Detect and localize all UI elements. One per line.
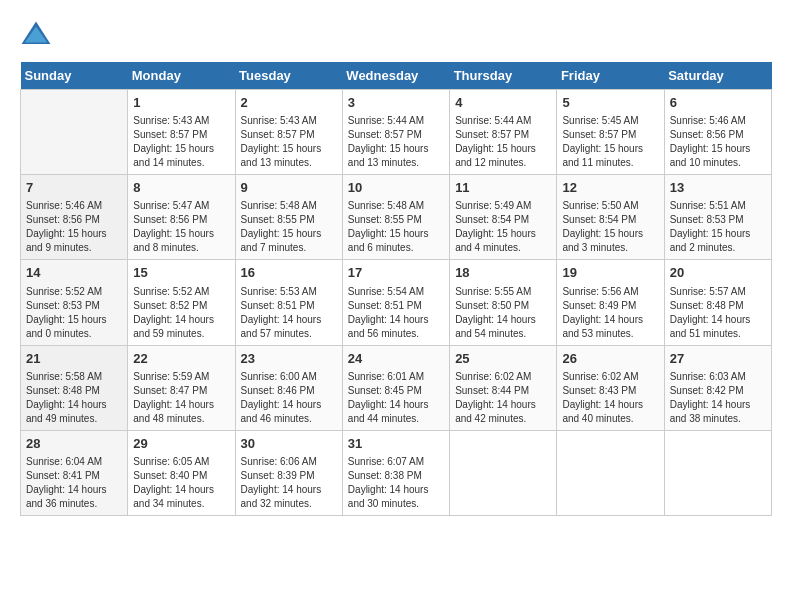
day-number: 14 <box>26 264 122 282</box>
calendar-cell: 1Sunrise: 5:43 AM Sunset: 8:57 PM Daylig… <box>128 90 235 175</box>
calendar-cell: 20Sunrise: 5:57 AM Sunset: 8:48 PM Dayli… <box>664 260 771 345</box>
day-number: 9 <box>241 179 337 197</box>
day-info: Sunrise: 5:44 AM Sunset: 8:57 PM Dayligh… <box>455 114 551 170</box>
logo <box>20 20 56 52</box>
day-number: 24 <box>348 350 444 368</box>
day-number: 17 <box>348 264 444 282</box>
header-thursday: Thursday <box>450 62 557 90</box>
day-info: Sunrise: 5:53 AM Sunset: 8:51 PM Dayligh… <box>241 285 337 341</box>
calendar-cell: 15Sunrise: 5:52 AM Sunset: 8:52 PM Dayli… <box>128 260 235 345</box>
header-tuesday: Tuesday <box>235 62 342 90</box>
day-number: 11 <box>455 179 551 197</box>
calendar-cell: 18Sunrise: 5:55 AM Sunset: 8:50 PM Dayli… <box>450 260 557 345</box>
calendar-cell: 23Sunrise: 6:00 AM Sunset: 8:46 PM Dayli… <box>235 345 342 430</box>
calendar-cell: 5Sunrise: 5:45 AM Sunset: 8:57 PM Daylig… <box>557 90 664 175</box>
header-saturday: Saturday <box>664 62 771 90</box>
calendar-cell <box>664 430 771 515</box>
calendar-cell: 13Sunrise: 5:51 AM Sunset: 8:53 PM Dayli… <box>664 175 771 260</box>
day-info: Sunrise: 6:04 AM Sunset: 8:41 PM Dayligh… <box>26 455 122 511</box>
day-number: 12 <box>562 179 658 197</box>
day-number: 19 <box>562 264 658 282</box>
day-info: Sunrise: 5:46 AM Sunset: 8:56 PM Dayligh… <box>670 114 766 170</box>
day-info: Sunrise: 5:48 AM Sunset: 8:55 PM Dayligh… <box>348 199 444 255</box>
calendar-cell: 19Sunrise: 5:56 AM Sunset: 8:49 PM Dayli… <box>557 260 664 345</box>
calendar-cell: 30Sunrise: 6:06 AM Sunset: 8:39 PM Dayli… <box>235 430 342 515</box>
day-number: 21 <box>26 350 122 368</box>
calendar-cell: 4Sunrise: 5:44 AM Sunset: 8:57 PM Daylig… <box>450 90 557 175</box>
day-number: 10 <box>348 179 444 197</box>
calendar-cell <box>450 430 557 515</box>
day-info: Sunrise: 5:59 AM Sunset: 8:47 PM Dayligh… <box>133 370 229 426</box>
day-info: Sunrise: 5:48 AM Sunset: 8:55 PM Dayligh… <box>241 199 337 255</box>
day-number: 5 <box>562 94 658 112</box>
header-sunday: Sunday <box>21 62 128 90</box>
calendar-cell: 29Sunrise: 6:05 AM Sunset: 8:40 PM Dayli… <box>128 430 235 515</box>
calendar-header-row: SundayMondayTuesdayWednesdayThursdayFrid… <box>21 62 772 90</box>
day-info: Sunrise: 5:52 AM Sunset: 8:53 PM Dayligh… <box>26 285 122 341</box>
day-info: Sunrise: 5:57 AM Sunset: 8:48 PM Dayligh… <box>670 285 766 341</box>
header-monday: Monday <box>128 62 235 90</box>
day-number: 1 <box>133 94 229 112</box>
calendar-cell: 3Sunrise: 5:44 AM Sunset: 8:57 PM Daylig… <box>342 90 449 175</box>
calendar-cell <box>557 430 664 515</box>
calendar-table: SundayMondayTuesdayWednesdayThursdayFrid… <box>20 62 772 516</box>
day-number: 16 <box>241 264 337 282</box>
calendar-cell: 17Sunrise: 5:54 AM Sunset: 8:51 PM Dayli… <box>342 260 449 345</box>
calendar-cell: 21Sunrise: 5:58 AM Sunset: 8:48 PM Dayli… <box>21 345 128 430</box>
header-wednesday: Wednesday <box>342 62 449 90</box>
calendar-cell: 8Sunrise: 5:47 AM Sunset: 8:56 PM Daylig… <box>128 175 235 260</box>
day-info: Sunrise: 6:06 AM Sunset: 8:39 PM Dayligh… <box>241 455 337 511</box>
day-number: 13 <box>670 179 766 197</box>
day-info: Sunrise: 6:02 AM Sunset: 8:44 PM Dayligh… <box>455 370 551 426</box>
day-info: Sunrise: 6:00 AM Sunset: 8:46 PM Dayligh… <box>241 370 337 426</box>
calendar-cell: 28Sunrise: 6:04 AM Sunset: 8:41 PM Dayli… <box>21 430 128 515</box>
day-number: 4 <box>455 94 551 112</box>
day-info: Sunrise: 5:45 AM Sunset: 8:57 PM Dayligh… <box>562 114 658 170</box>
calendar-week-row: 21Sunrise: 5:58 AM Sunset: 8:48 PM Dayli… <box>21 345 772 430</box>
day-info: Sunrise: 5:56 AM Sunset: 8:49 PM Dayligh… <box>562 285 658 341</box>
day-info: Sunrise: 5:46 AM Sunset: 8:56 PM Dayligh… <box>26 199 122 255</box>
day-info: Sunrise: 5:49 AM Sunset: 8:54 PM Dayligh… <box>455 199 551 255</box>
calendar-week-row: 7Sunrise: 5:46 AM Sunset: 8:56 PM Daylig… <box>21 175 772 260</box>
day-number: 23 <box>241 350 337 368</box>
day-number: 3 <box>348 94 444 112</box>
day-info: Sunrise: 5:52 AM Sunset: 8:52 PM Dayligh… <box>133 285 229 341</box>
day-number: 30 <box>241 435 337 453</box>
day-number: 18 <box>455 264 551 282</box>
calendar-week-row: 28Sunrise: 6:04 AM Sunset: 8:41 PM Dayli… <box>21 430 772 515</box>
day-info: Sunrise: 6:05 AM Sunset: 8:40 PM Dayligh… <box>133 455 229 511</box>
day-info: Sunrise: 6:03 AM Sunset: 8:42 PM Dayligh… <box>670 370 766 426</box>
calendar-cell: 9Sunrise: 5:48 AM Sunset: 8:55 PM Daylig… <box>235 175 342 260</box>
day-info: Sunrise: 6:01 AM Sunset: 8:45 PM Dayligh… <box>348 370 444 426</box>
calendar-cell: 2Sunrise: 5:43 AM Sunset: 8:57 PM Daylig… <box>235 90 342 175</box>
day-info: Sunrise: 5:43 AM Sunset: 8:57 PM Dayligh… <box>133 114 229 170</box>
calendar-cell: 25Sunrise: 6:02 AM Sunset: 8:44 PM Dayli… <box>450 345 557 430</box>
day-info: Sunrise: 5:44 AM Sunset: 8:57 PM Dayligh… <box>348 114 444 170</box>
day-number: 7 <box>26 179 122 197</box>
page-header <box>20 20 772 52</box>
calendar-cell <box>21 90 128 175</box>
calendar-week-row: 1Sunrise: 5:43 AM Sunset: 8:57 PM Daylig… <box>21 90 772 175</box>
day-number: 6 <box>670 94 766 112</box>
calendar-cell: 14Sunrise: 5:52 AM Sunset: 8:53 PM Dayli… <box>21 260 128 345</box>
calendar-cell: 10Sunrise: 5:48 AM Sunset: 8:55 PM Dayli… <box>342 175 449 260</box>
calendar-cell: 11Sunrise: 5:49 AM Sunset: 8:54 PM Dayli… <box>450 175 557 260</box>
calendar-cell: 24Sunrise: 6:01 AM Sunset: 8:45 PM Dayli… <box>342 345 449 430</box>
calendar-cell: 12Sunrise: 5:50 AM Sunset: 8:54 PM Dayli… <box>557 175 664 260</box>
header-friday: Friday <box>557 62 664 90</box>
day-info: Sunrise: 5:54 AM Sunset: 8:51 PM Dayligh… <box>348 285 444 341</box>
day-info: Sunrise: 5:43 AM Sunset: 8:57 PM Dayligh… <box>241 114 337 170</box>
day-info: Sunrise: 6:07 AM Sunset: 8:38 PM Dayligh… <box>348 455 444 511</box>
calendar-cell: 26Sunrise: 6:02 AM Sunset: 8:43 PM Dayli… <box>557 345 664 430</box>
calendar-cell: 6Sunrise: 5:46 AM Sunset: 8:56 PM Daylig… <box>664 90 771 175</box>
day-number: 31 <box>348 435 444 453</box>
day-number: 20 <box>670 264 766 282</box>
day-info: Sunrise: 5:55 AM Sunset: 8:50 PM Dayligh… <box>455 285 551 341</box>
day-info: Sunrise: 5:51 AM Sunset: 8:53 PM Dayligh… <box>670 199 766 255</box>
calendar-cell: 31Sunrise: 6:07 AM Sunset: 8:38 PM Dayli… <box>342 430 449 515</box>
day-info: Sunrise: 5:50 AM Sunset: 8:54 PM Dayligh… <box>562 199 658 255</box>
day-number: 28 <box>26 435 122 453</box>
day-info: Sunrise: 5:47 AM Sunset: 8:56 PM Dayligh… <box>133 199 229 255</box>
day-number: 26 <box>562 350 658 368</box>
day-number: 15 <box>133 264 229 282</box>
